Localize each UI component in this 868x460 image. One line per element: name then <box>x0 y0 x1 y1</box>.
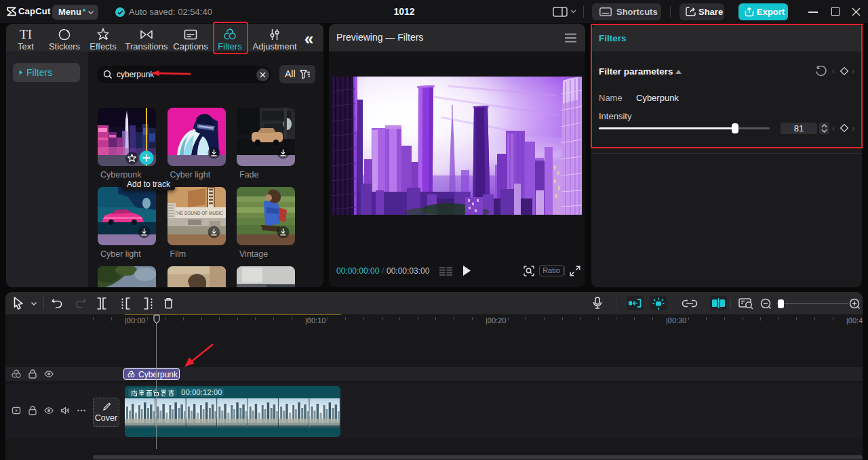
svg-text:THE SOUND OF MUSIC: THE SOUND OF MUSIC <box>174 211 223 215</box>
svg-text:TI: TI <box>20 28 32 41</box>
